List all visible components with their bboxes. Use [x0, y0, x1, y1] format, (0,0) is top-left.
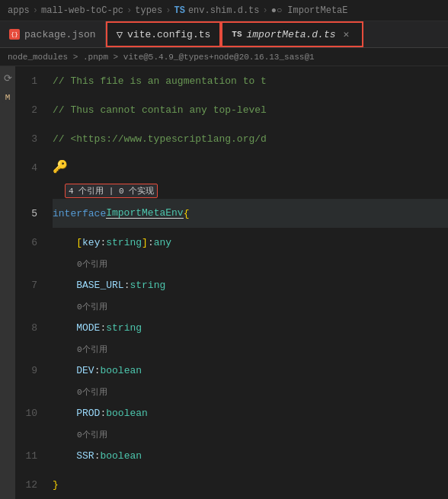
line7-name: BASE_URL	[76, 280, 123, 290]
tabs-bar: {} package.json ▽ vite.config.ts TS impo…	[0, 21, 448, 48]
line6-keytype: string	[106, 238, 142, 248]
line-numbers: 1 2 3 4 5 6 7 8 9 10 11 12 13	[15, 66, 50, 499]
line11-colon: :	[94, 451, 101, 461]
gutter-8: 8	[15, 313, 43, 342]
gutter-10: 10	[15, 398, 43, 427]
gutter-11: 11	[15, 441, 43, 470]
gutter-lens	[15, 182, 43, 199]
gutter-ref-10	[15, 427, 43, 441]
code-line-5: interface ImportMetaEnv {	[53, 199, 448, 228]
line8-indent	[53, 323, 76, 333]
line10-indent	[53, 408, 76, 418]
line6-colon1: :	[100, 238, 106, 248]
editor: ⟳ M 1 2 3 4 5 6 7 8 9 10 11 12 13 // Thi…	[0, 66, 448, 499]
code-line-7: BASE_URL : string	[53, 270, 448, 299]
line3-text: // <https://www.typescriptlang.org/d	[53, 134, 267, 144]
gutter-1: 1	[15, 66, 43, 95]
tab-import-meta[interactable]: TS importMeta.d.ts ✕	[221, 21, 363, 47]
tab-label-vite: vite.config.ts	[127, 29, 210, 40]
gutter-4: 4	[15, 153, 43, 182]
line7-colon: :	[124, 280, 130, 290]
ref-count-6: 0个引用	[53, 257, 448, 270]
code-lens[interactable]: 4 个引用 | 0 个实现	[53, 182, 448, 199]
tab-package-json[interactable]: {} package.json	[0, 21, 106, 47]
line9-type: boolean	[100, 366, 142, 376]
line8-type: string	[106, 323, 142, 333]
code-line-6: [ key : string ] : any	[53, 228, 448, 257]
breadcrumb-types: types	[135, 5, 162, 16]
ref-count-9: 0个引用	[53, 385, 448, 398]
tab-label-import-meta: importMeta.d.ts	[246, 29, 335, 40]
breadcrumb-sep2: ›	[126, 5, 132, 16]
line7-indent	[53, 280, 76, 290]
line1-text: // This file is an augmentation to t	[53, 76, 267, 86]
tab-label-package-json: package.json	[24, 29, 96, 40]
breadcrumb-file: env.shim.d.ts	[188, 5, 260, 16]
vite-icon: ▽	[117, 28, 123, 41]
breadcrumb-sep3: ›	[165, 5, 171, 16]
line6-colon2: :	[148, 238, 154, 248]
line10-type: boolean	[106, 408, 148, 418]
breadcrumb-apps: apps	[8, 5, 30, 16]
breadcrumb-sep4: ›	[263, 5, 268, 16]
line5-brace: {	[184, 209, 190, 219]
line4-emoji: 🔑	[53, 162, 68, 174]
line6-bracket-close: ]	[142, 238, 148, 248]
line10-colon: :	[100, 408, 106, 418]
line6-bracket-open: [	[76, 238, 82, 248]
gutter-3: 3	[15, 124, 43, 153]
code-line-10: PROD : boolean	[53, 398, 448, 427]
breadcrumb2-text: node_modules > .pnpm > vite@5.4.9_@types…	[8, 53, 315, 62]
lens-text: 4 个引用 | 0 个实现	[65, 184, 158, 198]
json-icon: {}	[9, 29, 20, 40]
breadcrumb: apps › mall-web-toC-pc › types › TS env.…	[0, 0, 448, 21]
line6-key: key	[82, 238, 100, 248]
code-line-8: MODE : string	[53, 313, 448, 342]
line7-type: string	[130, 280, 165, 290]
breadcrumb-symbol: ●○ ImportMetaE	[271, 5, 348, 16]
line9-indent	[53, 366, 76, 376]
code-line-3: // <https://www.typescriptlang.org/d	[53, 124, 448, 153]
ref-count-10: 0个引用	[53, 427, 448, 441]
modified-icon: M	[2, 92, 13, 103]
gutter-9: 9	[15, 356, 43, 385]
line12-brace: }	[53, 480, 59, 490]
breadcrumb2: node_modules > .pnpm > vite@5.4.9_@types…	[0, 48, 448, 66]
line9-colon: :	[94, 366, 101, 376]
tab-close-button[interactable]: ✕	[341, 28, 353, 40]
line11-name: SSR	[76, 451, 94, 461]
code-line-11: SSR : boolean	[53, 441, 448, 470]
line6-valtype: any	[154, 238, 171, 248]
code-line-1: // This file is an augmentation to t	[53, 66, 448, 95]
line10-name: PROD	[76, 408, 100, 418]
line11-indent	[53, 451, 76, 461]
gutter-2: 2	[15, 95, 43, 124]
gutter-ref-9	[15, 385, 43, 398]
gutter-ref-8	[15, 342, 43, 356]
breadcrumb-mall: mall-web-toC-pc	[41, 5, 123, 16]
line8-colon: :	[100, 323, 106, 333]
gutter-7: 7	[15, 270, 43, 299]
code-line-4: 🔑	[53, 153, 448, 182]
breadcrumb-sep1: ›	[33, 5, 38, 16]
gutter-12: 12	[15, 470, 43, 499]
tab-vite-config[interactable]: ▽ vite.config.ts	[106, 21, 222, 47]
line8-name: MODE	[76, 323, 100, 333]
ref-count-8: 0个引用	[53, 342, 448, 356]
code-area: // This file is an augmentation to t // …	[50, 66, 448, 499]
gutter-6: 6	[15, 228, 43, 257]
code-line-9: DEV : boolean	[53, 356, 448, 385]
left-sidebar: ⟳ M	[0, 66, 15, 499]
line5-keyword: interface	[53, 209, 106, 219]
ref-count-7: 0个引用	[53, 299, 448, 313]
line5-name: ImportMetaEnv	[106, 208, 183, 219]
line11-type: boolean	[100, 451, 142, 461]
gutter-ref-7	[15, 299, 43, 313]
line2-text: // Thus cannot contain any top-level	[53, 105, 267, 115]
breadcrumb-ts: TS	[174, 5, 184, 16]
ts-icon: TS	[232, 30, 242, 39]
code-line-12: }	[53, 470, 448, 499]
gutter-ref-6	[15, 257, 43, 270]
line9-name: DEV	[76, 366, 94, 376]
code-line-2: // Thus cannot contain any top-level	[53, 95, 448, 124]
